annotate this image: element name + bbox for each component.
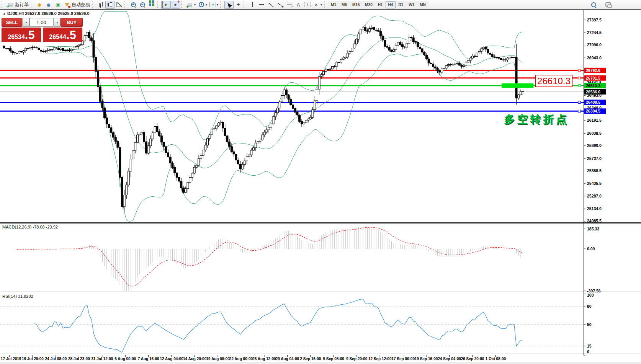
candle-body (14, 52, 16, 53)
highlight-zone-rect (502, 83, 533, 88)
candle-body (428, 59, 430, 63)
chart-canvas[interactable]: 27397.527244.527096.026943.026790.026641… (0, 0, 641, 364)
dropdown-caret-icon: ▾ (217, 3, 218, 7)
candle-body (388, 47, 390, 50)
periods-button[interactable]: ▾ (197, 1, 208, 9)
candle-body (34, 47, 36, 48)
sell-price-tile[interactable]: 26534 .5 (2, 28, 41, 42)
candle-body (309, 118, 311, 119)
time-axis-label: 19 Sep 16:00 (415, 357, 438, 361)
candle-body (202, 150, 204, 156)
indicators-button[interactable]: ▾ (185, 1, 197, 9)
symbol-ohlc-text: DJ30,H4 26527.0 26538.0 26525.0 26536.0 (7, 11, 90, 16)
timeframe-m30-button[interactable]: M30 (362, 1, 375, 8)
auto-scroll-icon (162, 1, 170, 8)
candle-body (320, 75, 322, 77)
candle-body (73, 48, 75, 49)
candle-body (139, 134, 141, 135)
candle-body (117, 141, 119, 147)
volume-input[interactable] (29, 18, 53, 27)
auto-scroll-button[interactable] (161, 1, 171, 9)
price-axis-tick-label: 26943.0 (587, 55, 602, 60)
candlestick-mode-button[interactable] (105, 1, 114, 9)
candle-body (250, 150, 252, 155)
candle-body (239, 164, 241, 169)
chat-button[interactable] (603, 1, 613, 9)
trendline-tool-button[interactable] (266, 1, 275, 9)
buy-price-tile[interactable]: 26544 .5 (43, 28, 82, 42)
channel-tool-button[interactable] (275, 1, 285, 9)
timeframe-m5-button[interactable]: M5 (339, 1, 350, 8)
timeframe-h4-button[interactable]: H4 (386, 1, 396, 8)
candle-body (90, 38, 92, 41)
tile-windows-button[interactable] (147, 1, 156, 9)
templates-button[interactable]: ▾ (208, 1, 219, 9)
candle-body (425, 55, 427, 59)
candle-body (275, 113, 276, 117)
text-tool-button[interactable] (294, 1, 303, 9)
fibonacci-tool-icon (286, 2, 293, 8)
candle-body (294, 108, 296, 112)
candle-body (134, 142, 136, 151)
zoom-out-button[interactable] (138, 1, 147, 9)
new-order-button[interactable]: 新订单 (6, 1, 30, 9)
search-button[interactable] (589, 1, 598, 9)
shapes-tool-icon (313, 2, 320, 8)
candle-body (421, 49, 423, 52)
time-axis-label: 28 Jul 23:00 (68, 357, 90, 361)
sell-button[interactable]: SELL (2, 18, 22, 27)
candle-body (71, 49, 73, 51)
timeframe-h1-button[interactable]: H1 (375, 1, 386, 8)
candle-body (165, 147, 167, 153)
toolbar-grip (220, 1, 223, 8)
candle-body (347, 53, 349, 57)
candle-body (77, 45, 79, 47)
macd-axis-label: 185.33 (587, 227, 599, 231)
time-axis-label: 31 Jul 12:00 (91, 357, 113, 361)
macd-axis-label: 0.00 (587, 246, 595, 251)
candle-body (465, 62, 467, 65)
line-chart-mode-button[interactable] (114, 1, 124, 9)
chart-symbol-title[interactable]: ▲ DJ30,H4 26527.0 26538.0 26525.0 26536.… (3, 11, 90, 16)
candlestick-mode-icon (106, 2, 113, 8)
candle-body (242, 164, 244, 169)
timeframe-w1-button[interactable]: W1 (406, 1, 417, 8)
rsi-axis-label: 100 (587, 293, 594, 297)
candle-body (404, 47, 406, 47)
volume-decrease-button[interactable]: ▼ (22, 18, 29, 27)
chart-shift-button[interactable] (171, 1, 180, 9)
vertical-line-tool-button[interactable] (248, 1, 257, 9)
auto-trading-button[interactable]: 自动交易 (62, 1, 91, 9)
volume-increase-button[interactable]: ▲ (53, 18, 61, 27)
publisher-button[interactable] (44, 1, 53, 9)
horizontal-line-tool-button[interactable] (257, 1, 266, 9)
fibonacci-tool-button[interactable] (285, 1, 294, 9)
bar-chart-mode-button[interactable] (96, 1, 105, 9)
time-axis-label: 12 Sep 12:00 (368, 357, 392, 361)
candle-body (99, 87, 101, 102)
candle-body (176, 173, 178, 177)
vertical-line-tool-icon (249, 2, 256, 8)
candle-body (329, 69, 331, 69)
signals-button[interactable] (53, 1, 62, 9)
timeframe-m15-button[interactable]: M15 (350, 1, 362, 8)
candle-body (233, 152, 235, 154)
timeframe-m1-button[interactable]: M1 (328, 1, 339, 8)
collapse-panel-icon[interactable]: ▲ (3, 12, 6, 15)
candle-body (445, 65, 447, 68)
cursor-tool-button[interactable] (224, 1, 234, 9)
buy-button[interactable]: BUY (61, 18, 83, 27)
candle-body (485, 47, 487, 49)
toolbar-grip (2, 1, 4, 8)
shapes-tool-button[interactable]: ▾ (312, 1, 323, 9)
candle-body (128, 171, 130, 185)
time-axis-label: 1 Oct 08:00 (486, 357, 506, 361)
crosshair-tool-button[interactable] (234, 1, 243, 9)
candle-body (482, 47, 484, 49)
timeframe-mn-button[interactable]: MN (417, 1, 428, 8)
time-axis-label: 14 Aug 20:00 (183, 357, 207, 361)
text-label-tool-button[interactable] (303, 1, 312, 9)
marketplace-button[interactable] (35, 1, 44, 9)
zoom-in-button[interactable] (129, 1, 138, 9)
timeframe-d1-button[interactable]: D1 (396, 1, 406, 8)
